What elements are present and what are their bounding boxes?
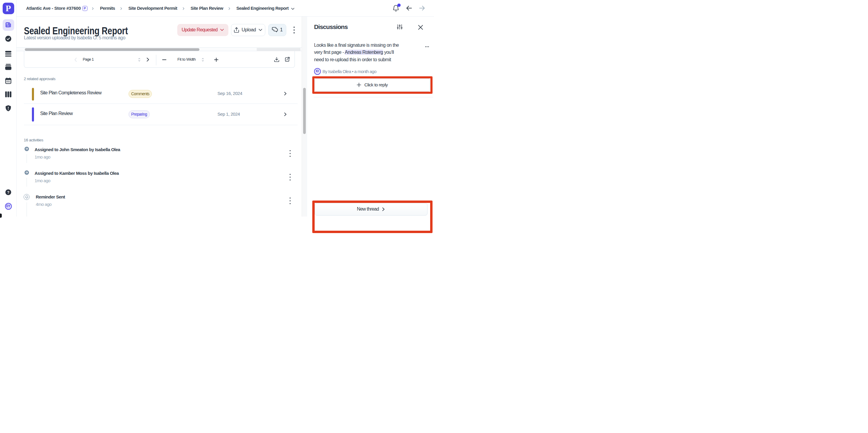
svg-text:?: ? [7, 190, 9, 195]
